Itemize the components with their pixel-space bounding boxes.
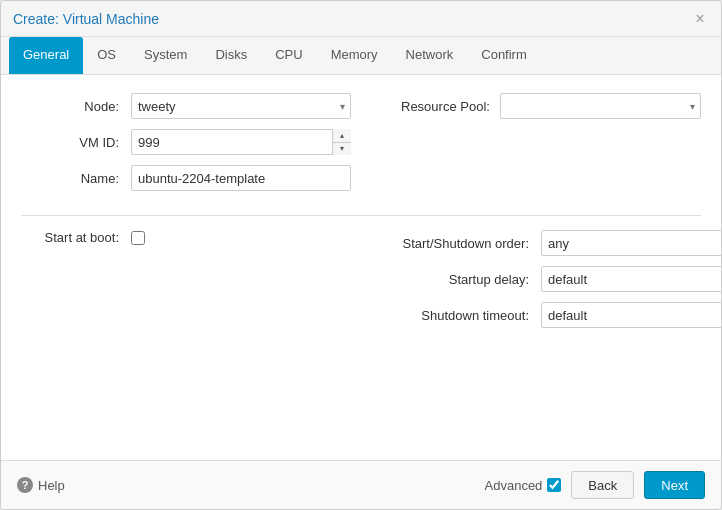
help-label: Help bbox=[38, 478, 65, 493]
close-button[interactable]: × bbox=[691, 10, 709, 28]
help-icon: ? bbox=[17, 477, 33, 493]
shutdown-timeout-input[interactable] bbox=[541, 302, 721, 328]
resource-pool-label: Resource Pool: bbox=[401, 99, 500, 114]
start-at-boot-checkbox[interactable] bbox=[131, 231, 145, 245]
title-bar: Create: Virtual Machine × bbox=[1, 1, 721, 37]
vmid-increment-button[interactable]: ▴ bbox=[333, 129, 351, 143]
dialog-footer: ? Help Advanced Back Next bbox=[1, 460, 721, 509]
left-column: Node: tweety ▾ VM ID: ▴ bbox=[21, 93, 381, 201]
name-input[interactable] bbox=[131, 165, 351, 191]
vmid-row: VM ID: ▴ ▾ bbox=[21, 129, 381, 155]
node-select-wrapper: tweety ▾ bbox=[131, 93, 351, 119]
name-label: Name: bbox=[21, 171, 131, 186]
startup-delay-row: Startup delay: bbox=[401, 266, 721, 292]
tab-os[interactable]: OS bbox=[83, 37, 130, 74]
vmid-label: VM ID: bbox=[21, 135, 131, 150]
form-content: Node: tweety ▾ VM ID: ▴ bbox=[1, 75, 721, 460]
startup-delay-input[interactable] bbox=[541, 266, 721, 292]
node-label: Node: bbox=[21, 99, 131, 114]
tab-cpu[interactable]: CPU bbox=[261, 37, 316, 74]
node-select[interactable]: tweety bbox=[131, 93, 351, 119]
back-button[interactable]: Back bbox=[571, 471, 634, 499]
resource-pool-select-wrapper: ▾ bbox=[500, 93, 701, 119]
start-at-boot-label: Start at boot: bbox=[21, 230, 131, 245]
advanced-checkbox[interactable] bbox=[547, 478, 561, 492]
tab-general[interactable]: General bbox=[9, 37, 83, 74]
vmid-spinner-arrows: ▴ ▾ bbox=[332, 129, 351, 155]
name-row: Name: bbox=[21, 165, 381, 191]
vmid-decrement-button[interactable]: ▾ bbox=[333, 143, 351, 156]
start-at-boot-row: Start at boot: bbox=[21, 230, 381, 245]
advanced-label[interactable]: Advanced bbox=[485, 478, 562, 493]
dialog-title: Create: Virtual Machine bbox=[13, 11, 159, 27]
vmid-input[interactable] bbox=[131, 129, 351, 155]
right-column: Resource Pool: ▾ bbox=[401, 93, 701, 201]
tab-network[interactable]: Network bbox=[392, 37, 468, 74]
vmid-spinner-wrapper: ▴ ▾ bbox=[131, 129, 351, 155]
resource-pool-select[interactable] bbox=[500, 93, 701, 119]
start-shutdown-row: Start/Shutdown order: bbox=[401, 230, 721, 256]
resource-pool-row: Resource Pool: ▾ bbox=[401, 93, 701, 119]
shutdown-timeout-row: Shutdown timeout: bbox=[401, 302, 721, 328]
footer-right: Advanced Back Next bbox=[485, 471, 705, 499]
section-divider bbox=[21, 215, 701, 216]
start-shutdown-input[interactable] bbox=[541, 230, 721, 256]
start-shutdown-label: Start/Shutdown order: bbox=[401, 236, 541, 251]
tab-memory[interactable]: Memory bbox=[317, 37, 392, 74]
footer-left: ? Help bbox=[17, 477, 65, 493]
startup-right-column: Start/Shutdown order: Startup delay: Shu… bbox=[401, 230, 721, 338]
bottom-section: Start at boot: Start/Shutdown order: Sta… bbox=[21, 230, 701, 338]
tab-disks[interactable]: Disks bbox=[201, 37, 261, 74]
next-button[interactable]: Next bbox=[644, 471, 705, 499]
tabs-bar: General OS System Disks CPU Memory Netwo… bbox=[1, 37, 721, 75]
node-row: Node: tweety ▾ bbox=[21, 93, 381, 119]
boot-left-column: Start at boot: bbox=[21, 230, 381, 338]
help-button[interactable]: ? Help bbox=[17, 477, 65, 493]
shutdown-timeout-label: Shutdown timeout: bbox=[401, 308, 541, 323]
startup-delay-label: Startup delay: bbox=[401, 272, 541, 287]
tab-confirm[interactable]: Confirm bbox=[467, 37, 541, 74]
start-at-boot-checkbox-wrapper bbox=[131, 231, 145, 245]
advanced-text: Advanced bbox=[485, 478, 543, 493]
top-section: Node: tweety ▾ VM ID: ▴ bbox=[21, 93, 701, 201]
create-vm-dialog: Create: Virtual Machine × General OS Sys… bbox=[0, 0, 722, 510]
tab-system[interactable]: System bbox=[130, 37, 201, 74]
